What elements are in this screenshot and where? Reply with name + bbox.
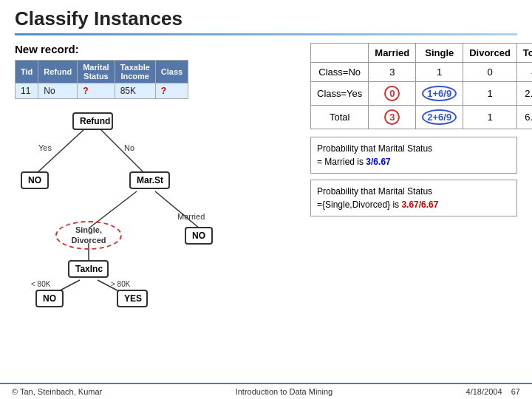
footer-right: 4/18/2004 67 xyxy=(466,387,520,396)
th-married: Married xyxy=(369,44,416,63)
taxinc-yes-leaf: YES xyxy=(117,290,148,307)
left-panel: New record: Tid Refund MaritalStatus Tax… xyxy=(15,43,296,299)
class-yes-total: 2.67 xyxy=(516,82,532,106)
svg-line-1 xyxy=(100,129,144,173)
cell-taxable: 85K xyxy=(115,83,155,99)
married-no-leaf: NO xyxy=(185,227,213,245)
col-taxable: TaxableIncome xyxy=(115,61,155,83)
total-row: Total 3 2+6/9 1 6.67 xyxy=(311,106,533,129)
col-tid: Tid xyxy=(16,61,38,83)
cell-tid: 11 xyxy=(16,83,38,99)
circled-single: 1+6/9 xyxy=(422,86,457,101)
class-yes-divorced: 1 xyxy=(463,82,517,106)
taxinc-no-leaf: NO xyxy=(35,290,64,307)
col-class: Class xyxy=(155,61,188,83)
circled-zero: 0 xyxy=(384,86,400,101)
total-single: 2+6/9 xyxy=(416,106,463,129)
header: Classify Instances xyxy=(0,0,532,35)
no-label: No xyxy=(124,143,134,152)
lt80k-label: < 80K xyxy=(31,280,50,288)
decision-tree: Refund Yes No NO Mar.St Single,Divorced … xyxy=(15,106,251,299)
class-no-married: 3 xyxy=(369,63,416,82)
col-marital: MaritalStatus xyxy=(78,61,115,83)
col-refund: Refund xyxy=(38,61,78,83)
class-no-single: 1 xyxy=(416,63,463,82)
prob2-value: 3.67/6.67 xyxy=(401,200,438,210)
total-married: 3 xyxy=(369,106,416,129)
page-title: Classify Instances xyxy=(15,7,517,30)
marst-node: Mar.St xyxy=(129,171,170,189)
class-no-total: 4 xyxy=(516,63,532,82)
footer-date: 4/18/2004 xyxy=(466,387,502,396)
main-content: New record: Tid Refund MaritalStatus Tax… xyxy=(0,43,532,299)
footer: © Tan, Steinbach, Kumar Introduction to … xyxy=(0,383,532,399)
class-yes-label: Class=Yes xyxy=(311,82,369,106)
cell-marital: ? xyxy=(78,83,115,99)
cell-class: ? xyxy=(155,83,188,99)
taxinc-node: TaxInc xyxy=(68,260,109,278)
total-divorced: 1 xyxy=(463,106,517,129)
prob1-value: 3/6.67 xyxy=(366,157,390,167)
class-no-divorced: 0 xyxy=(463,63,517,82)
circled-total-single: 2+6/9 xyxy=(422,109,457,125)
right-panel: Married Single Divorced Total Class=No 3… xyxy=(310,43,517,299)
class-yes-married: 0 xyxy=(369,82,416,106)
yes-label: Yes xyxy=(38,143,52,152)
cell-refund: No xyxy=(38,83,78,99)
record-table: Tid Refund MaritalStatus TaxableIncome C… xyxy=(15,60,188,99)
th-total: Total xyxy=(516,44,532,63)
married-label: Married xyxy=(177,212,205,221)
class-yes-single: 1+6/9 xyxy=(416,82,463,106)
header-divider xyxy=(15,33,517,35)
th-empty xyxy=(311,44,369,63)
prob-text-2: Probability that Marital Status={Single,… xyxy=(310,180,517,216)
th-divorced: Divorced xyxy=(463,44,517,63)
class-no-label: Class=No xyxy=(311,63,369,82)
prob-table: Married Single Divorced Total Class=No 3… xyxy=(310,43,532,129)
left-no-leaf: NO xyxy=(21,171,49,189)
single-divorced-node: Single,Divorced xyxy=(55,221,122,250)
svg-line-3 xyxy=(155,191,200,228)
refund-node: Refund xyxy=(72,112,113,130)
new-record-label: New record: xyxy=(15,43,296,55)
class-no-row: Class=No 3 1 0 4 xyxy=(311,63,533,82)
total-label: Total xyxy=(311,106,369,129)
prob-text-1: Probability that Marital Status= Married… xyxy=(310,137,517,174)
footer-center: Introduction to Data Mining xyxy=(236,387,332,396)
gt80k-label: > 80K xyxy=(111,280,130,288)
th-single: Single xyxy=(416,44,463,63)
total-total: 6.67 xyxy=(516,106,532,129)
tree-lines xyxy=(15,106,251,299)
circled-total-married: 3 xyxy=(384,109,400,125)
footer-left: © Tan, Steinbach, Kumar xyxy=(12,387,102,396)
class-yes-row: Class=Yes 0 1+6/9 1 2.67 xyxy=(311,82,533,106)
footer-page: 67 xyxy=(511,387,520,396)
